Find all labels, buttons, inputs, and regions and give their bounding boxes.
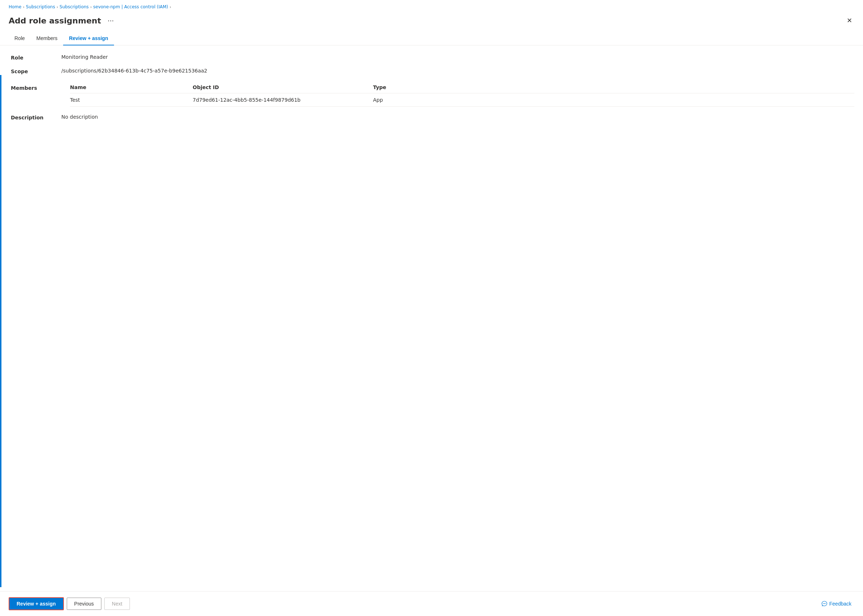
breadcrumb-sep-1: › <box>23 5 24 9</box>
col-header-type: Type <box>373 82 854 93</box>
footer-buttons: Review + assign Previous Next <box>9 597 130 610</box>
col-header-objectid: Object ID <box>193 82 373 93</box>
left-accent-bar <box>0 75 2 587</box>
header-left: Add role assignment ··· <box>9 16 116 26</box>
scope-value: /subscriptions/62b34846-613b-4c75-a57e-b… <box>61 68 207 74</box>
page-header: Add role assignment ··· ✕ <box>0 12 863 32</box>
cell-type: App <box>373 93 854 107</box>
description-field-row: Description No description <box>11 114 854 121</box>
feedback-icon <box>822 601 827 607</box>
page-title: Add role assignment <box>9 16 101 25</box>
members-table-body: Test 7d79ed61-12ac-4bb5-855e-144f9879d61… <box>70 93 854 107</box>
role-label: Role <box>11 54 61 61</box>
footer: Review + assign Previous Next Feedback <box>0 591 863 616</box>
breadcrumb-subscriptions-2[interactable]: Subscriptions <box>60 4 89 9</box>
breadcrumb-home[interactable]: Home <box>9 4 21 9</box>
breadcrumb-sep-2: › <box>57 5 58 9</box>
breadcrumb: Home › Subscriptions › Subscriptions › s… <box>0 0 863 12</box>
breadcrumb-subscriptions-1[interactable]: Subscriptions <box>26 4 55 9</box>
feedback-label: Feedback <box>830 601 852 607</box>
more-options-icon[interactable]: ··· <box>105 16 116 26</box>
description-value: No description <box>61 114 98 120</box>
breadcrumb-sep-4: › <box>170 5 171 9</box>
svg-point-2 <box>825 603 825 604</box>
breadcrumb-iam[interactable]: sevone-npm | Access control (IAM) <box>93 4 168 9</box>
cell-objectid: 7d79ed61-12ac-4bb5-855e-144f9879d61b <box>193 93 373 107</box>
col-header-name: Name <box>70 82 193 93</box>
content-area: Role Monitoring Reader Scope /subscripti… <box>0 46 863 591</box>
scope-field-row: Scope /subscriptions/62b34846-613b-4c75-… <box>11 68 854 74</box>
members-table-header-row: Name Object ID Type <box>70 82 854 93</box>
previous-button[interactable]: Previous <box>67 598 101 610</box>
cell-name: Test <box>70 93 193 107</box>
table-row: Test 7d79ed61-12ac-4bb5-855e-144f9879d61… <box>70 93 854 107</box>
scope-label: Scope <box>11 68 61 74</box>
role-field-row: Role Monitoring Reader <box>11 54 854 61</box>
review-assign-button[interactable]: Review + assign <box>9 597 64 610</box>
role-value: Monitoring Reader <box>61 54 108 60</box>
svg-point-0 <box>823 603 824 604</box>
members-table-wrap: Name Object ID Type Test 7d79ed61-12ac-4… <box>70 82 854 107</box>
tab-members[interactable]: Members <box>31 32 63 46</box>
breadcrumb-sep-3: › <box>90 5 92 9</box>
members-label: Members <box>11 82 61 91</box>
tab-bar: Role Members Review + assign <box>0 32 863 46</box>
members-table: Name Object ID Type Test 7d79ed61-12ac-4… <box>70 82 854 107</box>
members-section: Members Name Object ID Type Test 7d79ed6… <box>11 82 854 107</box>
next-button: Next <box>104 598 130 610</box>
svg-point-1 <box>824 603 825 604</box>
main-panel: Role Members Review + assign Role Monito… <box>0 32 863 616</box>
tab-role[interactable]: Role <box>9 32 31 46</box>
close-button[interactable]: ✕ <box>844 15 854 26</box>
description-label: Description <box>11 114 61 121</box>
tab-review-assign[interactable]: Review + assign <box>63 32 114 46</box>
feedback-button[interactable]: Feedback <box>819 599 854 608</box>
members-table-header: Name Object ID Type <box>70 82 854 93</box>
